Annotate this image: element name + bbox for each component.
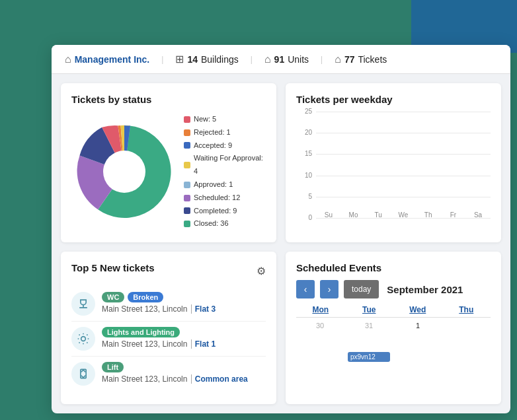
tickets-per-weekday-card: Tickets per weekday 25 20 15 10 5 0 Su (286, 83, 501, 242)
cal-header-wed: Wed (393, 305, 442, 314)
month-label: September 2021 (387, 284, 463, 295)
calendar-header: Mon Tue Wed Thu (296, 305, 491, 318)
filter-icon[interactable]: ⚙ (257, 265, 266, 277)
svg-point-1 (81, 337, 86, 341)
company-item: ⌂ Management Inc. (65, 53, 149, 65)
legend-label-approved: Approved: 1 (194, 178, 233, 192)
ticket-icon-2 (71, 327, 95, 351)
cal-row-1: 30 31 1 (296, 320, 491, 347)
main-card: ⌂ Management Inc. | ⊞ 14 Buildings | ⌂ 9… (52, 45, 510, 413)
sep2: | (251, 55, 253, 64)
ticket-icon-3 (71, 362, 95, 386)
tickets-icon: ⌂ (335, 53, 341, 65)
next-month-button[interactable]: › (320, 280, 338, 298)
today-button[interactable]: today (344, 280, 379, 298)
ticket-icon-1 (71, 292, 95, 316)
cal-date-1: 1 (397, 322, 439, 330)
flat-link-1[interactable]: Flat 3 (191, 304, 216, 314)
bar-mo-label: Mo (349, 211, 358, 219)
cal-cell-9 (443, 349, 491, 376)
grid-label-10: 10 (298, 172, 312, 179)
grid-label-0: 0 (298, 214, 312, 221)
pie-card-title: Tickets by status (71, 94, 266, 105)
bar-sa: Sa (469, 209, 487, 219)
legend-completed: Completed: 9 (184, 205, 266, 218)
legend-label-scheduled: Scheduled: 12 (194, 192, 240, 205)
legend-label-rejected: Rejected: 1 (194, 126, 231, 139)
legend-dot-new (184, 116, 190, 123)
legend-label-wfa: Waiting For Approval: 4 (194, 152, 266, 178)
ticket-info-1: WC Broken Main Street 123, Lincoln Flat … (102, 292, 266, 314)
legend-new: New: 5 (184, 113, 266, 126)
cal-cell-7: px9vn12 (345, 349, 393, 376)
grid-label-20: 20 (298, 129, 312, 136)
legend-label-accepted: Accepted: 9 (194, 139, 232, 153)
tag-wc: WC (102, 292, 124, 302)
ticket-tags-3: Lift (102, 362, 266, 372)
header: ⌂ Management Inc. | ⊞ 14 Buildings | ⌂ 9… (52, 45, 510, 74)
bar-chart-area: 25 20 15 10 5 0 Su Mo (296, 112, 491, 232)
bar-su: Su (319, 209, 338, 219)
bar-mo: Mo (344, 209, 363, 219)
cal-event-px9vn12[interactable]: px9vn12 (348, 352, 390, 362)
bars-container: Su Mo Tu We (316, 112, 491, 219)
content-grid: Tickets by status (52, 74, 510, 413)
company-name: Management Inc. (75, 54, 150, 65)
legend-label-closed: Closed: 36 (194, 217, 229, 230)
top5-title: Top 5 New tickets (71, 262, 155, 273)
ticket-item-2: Lights and Lighting Main Street 123, Lin… (71, 322, 266, 357)
units-count: 91 (274, 54, 285, 65)
pie-content: New: 5 Rejected: 1 Accepted: 9 Waiting F… (71, 112, 266, 232)
cal-cell-31: 31 (345, 320, 393, 347)
tickets-card-header: Top 5 New tickets ⚙ (71, 262, 266, 280)
tag-lift: Lift (102, 362, 124, 372)
tickets-count: 77 (344, 54, 355, 65)
legend-dot-approved (184, 182, 190, 188)
ticket-info-2: Lights and Lighting Main Street 123, Lin… (102, 327, 266, 349)
buildings-item: ⊞ 14 Buildings (175, 53, 238, 65)
scheduled-events-card: Scheduled Events ‹ › today September 202… (286, 252, 501, 404)
legend-accepted: Accepted: 9 (184, 139, 266, 153)
legend-closed: Closed: 36 (184, 217, 266, 230)
bar-tu: Tu (369, 209, 387, 219)
bar-fr-label: Fr (450, 211, 456, 219)
bar-sa-label: Sa (474, 211, 482, 219)
bar-su-label: Su (325, 211, 333, 219)
pie-chart (71, 119, 177, 225)
grid-label-25: 25 (298, 108, 312, 115)
home-icon: ⌂ (65, 53, 71, 65)
buildings-icon: ⊞ (175, 53, 184, 65)
bar-card-title: Tickets per weekday (296, 94, 491, 105)
ticket-info-3: Lift Main Street 123, Lincoln Common are… (102, 362, 266, 384)
flat-link-2[interactable]: Flat 1 (191, 339, 216, 349)
tickets-label: Tickets (358, 54, 387, 65)
cal-header-thu: Thu (442, 305, 491, 314)
legend-scheduled: Scheduled: 12 (184, 192, 266, 205)
ticket-item-3: Lift Main Street 123, Lincoln Common are… (71, 357, 266, 391)
legend-dot-closed (184, 221, 190, 227)
units-item: ⌂ 91 Units (264, 53, 309, 65)
cal-date-30: 30 (299, 322, 341, 330)
cal-cell-6 (296, 349, 344, 376)
legend-wfa: Waiting For Approval: 4 (184, 152, 266, 178)
prev-month-button[interactable]: ‹ (296, 280, 315, 298)
units-icon: ⌂ (264, 53, 271, 65)
svg-point-0 (103, 151, 145, 193)
units-label: Units (288, 54, 309, 65)
tag-broken: Broken (128, 292, 163, 302)
legend-label-completed: Completed: 9 (194, 205, 237, 218)
sep3: | (321, 55, 323, 64)
legend-label-new: New: 5 (194, 113, 216, 126)
sep1: | (161, 55, 163, 64)
ticket-address-2: Main Street 123, Lincoln Flat 1 (102, 339, 266, 349)
legend-dot-scheduled (184, 195, 190, 201)
flat-link-3[interactable]: Common area (191, 374, 248, 384)
legend-dot-wfa (184, 162, 190, 168)
pie-legend: New: 5 Rejected: 1 Accepted: 9 Waiting F… (184, 113, 266, 230)
bar-th-label: Th (424, 211, 432, 219)
cal-row-2: px9vn12 (296, 349, 491, 376)
tickets-by-status-card: Tickets by status (61, 83, 276, 242)
cal-cell-1: 1 (394, 320, 442, 347)
bar-tu-label: Tu (375, 211, 382, 219)
legend-dot-rejected (184, 129, 190, 136)
